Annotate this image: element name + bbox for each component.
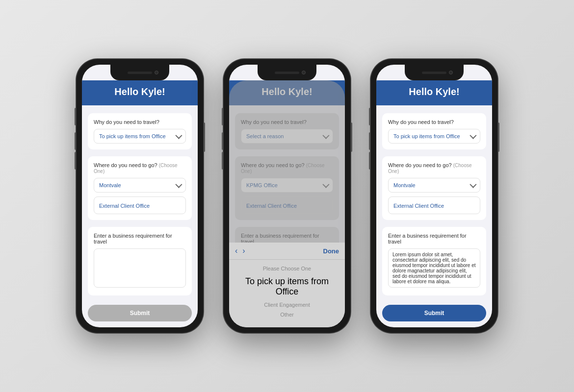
camera-icon [155,71,158,74]
picker-nav-2: ‹ › [235,246,245,255]
chevron-down-icon-1 [175,132,182,139]
speaker-icon-2 [275,72,299,74]
destination-section-1: Where do you need to go? (Choose One) Mo… [88,156,192,220]
header-title-3: Hello Kyle! [384,86,484,98]
chevron-down-icon-3 [470,132,476,139]
destination-select-1[interactable]: Montvale [94,178,186,193]
business-req-section-1: Enter a business requirement for travel [88,227,192,295]
notch-2 [258,65,316,80]
business-req-input-3[interactable] [388,248,480,288]
submit-container-1: Submit [82,301,198,327]
travel-reason-section-3: Why do you need to travel? To pick up it… [382,113,486,149]
submit-button-1[interactable]: Submit [88,305,192,321]
screen-content-1: Why do you need to travel? To pick up it… [82,105,198,301]
phone-2: Hello Kyle! Why do you need to travel? S… [223,59,351,333]
screen-inner-2: Hello Kyle! Why do you need to travel? S… [229,80,345,327]
destination-label-1: Where do you need to go? (Choose One) [94,162,186,174]
business-req-label-1: Enter a business requirement for travel [94,233,186,245]
camera-icon-3 [449,71,453,74]
picker-option-2[interactable]: Other [229,310,345,319]
travel-reason-select-1[interactable]: To pick up items from Office [94,129,186,144]
picker-options-2: Please Choose One To pick up items from … [229,260,345,327]
external-office-text-3: External Client Office [393,203,444,209]
travel-reason-select-3[interactable]: To pick up items from Office [388,129,480,144]
destination-value-3: Montvale [393,182,416,188]
app-header-1: Hello Kyle! [82,80,198,105]
submit-container-3: Submit [376,301,492,327]
picker-container-2: ‹ › Done Please Choose One To pick up it… [229,243,345,327]
submit-button-3[interactable]: Submit [382,305,486,321]
phone-3: Hello Kyle! Why do you need to travel? T… [370,59,498,333]
travel-reason-section-1: Why do you need to travel? To pick up it… [88,113,192,149]
picker-selected-option[interactable]: To pick up items from Office [229,273,345,300]
destination-select-3[interactable]: Montvale [388,178,480,193]
travel-reason-value-1: To pick up items from Office [99,133,166,139]
speaker-icon [128,72,152,74]
business-req-section-3: Enter a business requirement for travel [382,227,486,295]
picker-placeholder: Please Choose One [229,264,345,273]
destination-label-3: Where do you need to go? (Choose One) [388,162,480,174]
camera-icon-2 [302,71,306,74]
chevron-down-icon-dest-3 [470,181,476,188]
notch-3 [405,65,464,80]
external-office-option-3[interactable]: External Client Office [388,196,480,214]
travel-reason-value-3: To pick up items from Office [393,133,460,139]
picker-next-icon[interactable]: › [242,246,245,255]
external-office-text-1: External Client Office [99,203,150,209]
notch-1 [110,65,169,80]
destination-section-3: Where do you need to go? (Choose One) Mo… [382,156,486,220]
business-req-input-1[interactable] [94,248,186,288]
screen-content-3: Why do you need to travel? To pick up it… [376,105,492,301]
speaker-icon-3 [422,72,446,74]
destination-value-1: Montvale [99,182,121,188]
travel-reason-label-3: Why do you need to travel? [388,119,480,125]
picker-option-1[interactable]: Client Engagement [229,300,345,310]
picker-prev-icon[interactable]: ‹ [235,246,237,255]
phone-1: Hello Kyle! Why do you need to travel? T… [76,59,204,333]
picker-toolbar-2: ‹ › Done [229,243,345,260]
business-req-label-3: Enter a business requirement for travel [388,233,480,245]
picker-done-button[interactable]: Done [323,247,339,255]
chevron-down-icon-dest-1 [175,181,182,188]
travel-reason-label-1: Why do you need to travel? [94,119,186,125]
header-title-1: Hello Kyle! [90,86,190,98]
app-header-3: Hello Kyle! [376,80,492,105]
external-office-option-1[interactable]: External Client Office [94,196,186,214]
